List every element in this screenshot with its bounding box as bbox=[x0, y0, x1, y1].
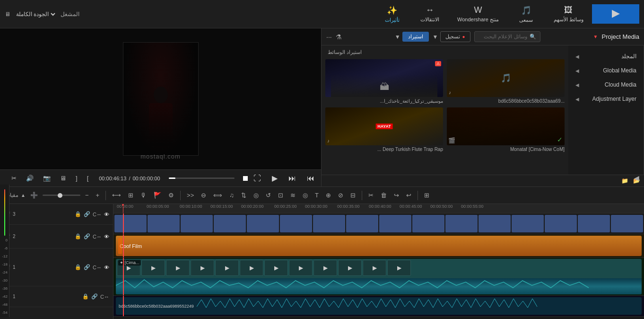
import-button[interactable]: استيراد bbox=[402, 32, 429, 42]
bracket-right-btn[interactable]: [ bbox=[85, 173, 91, 184]
speed-btn[interactable]: ◎ bbox=[300, 190, 310, 200]
redo-btn[interactable]: ↪ bbox=[392, 190, 401, 200]
media-search-box[interactable]: 🔍 وسائل الإعلام البحث bbox=[474, 31, 540, 42]
mic-btn[interactable]: 🎙 bbox=[138, 190, 149, 200]
split-clip-btn[interactable]: ⟺ bbox=[211, 190, 225, 200]
track-1a-lock[interactable]: 🔒 bbox=[82, 293, 89, 300]
split-tool-btn[interactable]: ✂ bbox=[9, 173, 18, 184]
zoom-in-btn[interactable]: + bbox=[94, 190, 102, 200]
track-3-mute[interactable]: C↔ bbox=[93, 212, 102, 217]
track-3-link[interactable]: 🔗 bbox=[84, 211, 90, 217]
nav-item-audio[interactable]: 🎵 سمعى bbox=[507, 2, 545, 26]
blue-clip-segment[interactable] bbox=[148, 215, 180, 232]
track-2-eye[interactable]: 👁 bbox=[104, 234, 109, 239]
track-3-lock[interactable]: 🔒 bbox=[75, 211, 81, 217]
add-track-btn[interactable]: ➕ bbox=[28, 190, 40, 200]
track-1a-mute[interactable]: C↔ bbox=[100, 294, 109, 300]
more-button[interactable]: ··· bbox=[326, 33, 332, 41]
video-clips-container[interactable]: ▶ ▶ ▶ ▶ ▶ ▶ ▶ ▶ ▶ ▶ ▶ ▶ bbox=[116, 259, 642, 294]
blue-clip-segment[interactable] bbox=[114, 215, 147, 232]
delete-btn[interactable]: 🗑 bbox=[378, 190, 389, 200]
blue-clip-segment[interactable] bbox=[247, 215, 279, 232]
blue-clip-segment[interactable] bbox=[181, 215, 213, 232]
cloud-media-item[interactable]: ◀ Cloud Media bbox=[568, 78, 644, 92]
record-button[interactable]: ● تسجيل bbox=[440, 31, 470, 42]
media-item-1[interactable]: 🏔 ⚠ موسيقي_تركيا_رائعة_تاخذك_ا... bbox=[325, 59, 443, 104]
ruler-mark-8: 00:00:40:00 bbox=[369, 204, 392, 209]
ruler-mark-1: 00:00:05:00 bbox=[147, 204, 169, 209]
volume-btn[interactable]: 🔊 bbox=[24, 173, 35, 184]
flag-btn[interactable]: 🚩 bbox=[151, 190, 164, 200]
track-1v-lock[interactable]: 🔒 bbox=[75, 264, 81, 270]
text-btn[interactable]: T bbox=[313, 190, 321, 200]
more-tools-btn[interactable]: >> bbox=[184, 190, 196, 200]
blue-clip-segment[interactable] bbox=[412, 215, 444, 232]
track-2-link[interactable]: 🔗 bbox=[84, 233, 90, 239]
blue-clip-segment[interactable] bbox=[545, 215, 577, 232]
filter-button[interactable]: ⚗ bbox=[336, 33, 342, 41]
ripple-btn[interactable]: ⟷ bbox=[110, 190, 123, 200]
collapse-sidebar-btn[interactable]: ◀ bbox=[634, 174, 639, 175]
blue-clip-segment[interactable] bbox=[611, 215, 643, 232]
play-btn[interactable]: ▶ bbox=[270, 172, 279, 185]
rewind-btn[interactable]: ⏮ bbox=[305, 172, 316, 185]
blue-clip-segment[interactable] bbox=[479, 215, 511, 232]
global-media-item[interactable]: ◀ Global Media bbox=[568, 63, 644, 78]
settings-btn[interactable]: ⚙ bbox=[166, 190, 176, 200]
snapshot-btn[interactable]: 📷 bbox=[41, 173, 52, 184]
layout-btn[interactable]: ⊞ bbox=[422, 190, 432, 200]
cut-btn[interactable]: ✂ bbox=[366, 190, 376, 200]
track-1v-link[interactable]: 🔗 bbox=[84, 264, 90, 270]
mask-btn[interactable]: ⊘ bbox=[336, 190, 346, 200]
nav-item-transitions[interactable]: ↔ الانتقالات bbox=[411, 2, 449, 26]
track-3-eye[interactable]: 👁 bbox=[104, 212, 109, 217]
folder-item[interactable]: ◀ المجلد bbox=[568, 49, 644, 63]
new-folder-icon[interactable]: 📁 bbox=[621, 177, 628, 184]
clip-start-handle[interactable] bbox=[118, 238, 122, 254]
undo-btn[interactable]: ↩ bbox=[404, 190, 414, 200]
blue-clip-segment[interactable] bbox=[578, 215, 610, 232]
monitor-btn[interactable]: 🖥 bbox=[58, 173, 68, 184]
project-media-dropdown[interactable]: ▼ Project Media bbox=[593, 33, 639, 40]
motion-btn[interactable]: ⊕ bbox=[323, 190, 333, 200]
media-item-3[interactable]: HAYAT ♪ Deep Turkish Flute Trap Rap ... bbox=[325, 107, 443, 152]
stabilize-btn[interactable]: ≋ bbox=[288, 190, 298, 200]
blue-clip-segment[interactable] bbox=[214, 215, 246, 232]
adjustment-layer-item[interactable]: ◀ Adjustment Layer bbox=[568, 92, 644, 106]
chroma-key-btn[interactable]: ⊟ bbox=[348, 190, 358, 200]
fast-forward-btn[interactable]: ⏭ bbox=[287, 172, 298, 185]
ripple-delete-btn[interactable]: ⊖ bbox=[199, 190, 209, 200]
adjust-btn[interactable]: ⇅ bbox=[239, 190, 249, 200]
media-item-4[interactable]: 🎬 ✓ Monataf [Cima-Now CoM] bbox=[447, 107, 565, 152]
track-2-mute[interactable]: C↔ bbox=[93, 234, 102, 239]
blue-clip-segment[interactable] bbox=[313, 215, 345, 232]
zoom-slider[interactable] bbox=[43, 195, 80, 196]
snap-btn[interactable]: ⊞ bbox=[126, 190, 136, 200]
blue-clip-segment[interactable] bbox=[445, 215, 478, 232]
blue-clip-segment[interactable] bbox=[280, 215, 312, 232]
record-dropdown-arrow[interactable]: ▼ bbox=[433, 34, 438, 40]
blue-clip-segment[interactable] bbox=[346, 215, 378, 232]
crop-btn[interactable]: ◎ bbox=[251, 190, 261, 200]
track-1v-mute[interactable]: C↔ bbox=[93, 265, 102, 270]
nav-item-stock-media[interactable]: 🖼 وسائط الأسهم bbox=[545, 2, 592, 26]
rotate-btn[interactable]: ↺ bbox=[263, 190, 273, 200]
nav-item-wondershare[interactable]: W Wondershare منتج bbox=[449, 2, 507, 26]
track-1v-eye[interactable]: 👁 bbox=[104, 265, 109, 270]
transform-btn[interactable]: ⊡ bbox=[276, 190, 286, 200]
blue-clip-segment[interactable] bbox=[512, 215, 544, 232]
preview-progress-bar[interactable] bbox=[169, 177, 235, 179]
audio-detach-btn[interactable]: ♫ bbox=[227, 190, 236, 200]
expand-btn[interactable]: ⛶ bbox=[252, 172, 263, 185]
bracket-left-btn[interactable]: ] bbox=[74, 173, 79, 184]
import-dropdown-arrow[interactable]: ▼ bbox=[395, 34, 400, 40]
track-1a-link[interactable]: 🔗 bbox=[91, 293, 98, 300]
zoom-out-btn[interactable]: − bbox=[83, 190, 91, 200]
coof-film-clip[interactable]: Coof Film bbox=[116, 236, 642, 256]
blue-clip-segment[interactable] bbox=[379, 215, 411, 232]
nav-item-effects[interactable]: ✨ تأثيرات bbox=[373, 2, 411, 26]
quality-select[interactable]: الجودة الكاملة bbox=[14, 10, 57, 18]
media-item-2[interactable]: 🎵 ♪ ...bd6c586bbce0c58b032aaa69 bbox=[447, 59, 565, 104]
audio-clip[interactable]: bd6c586bbce0c58b032aaa6989552249 bbox=[116, 297, 642, 315]
track-2-lock[interactable]: 🔒 bbox=[75, 233, 81, 239]
